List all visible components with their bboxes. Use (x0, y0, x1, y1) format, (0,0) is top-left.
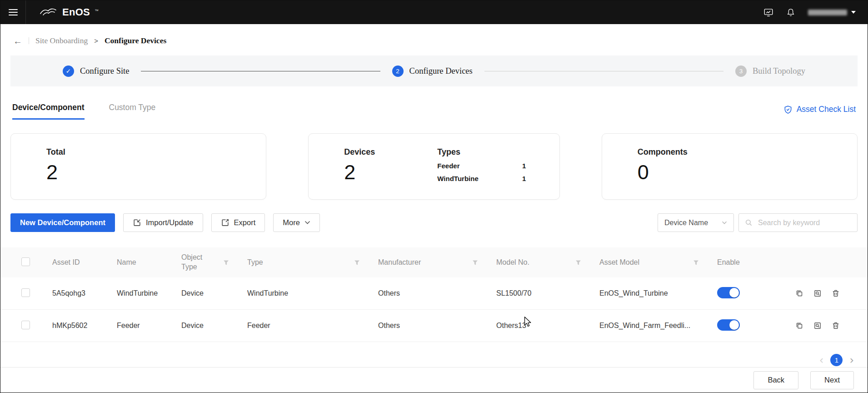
column-type[interactable]: Type (247, 258, 378, 267)
more-button[interactable]: More (273, 213, 320, 232)
tab-device-component[interactable]: Device/Component (12, 103, 85, 120)
column-model-no-label: Model No. (496, 258, 529, 267)
export-label: Export (234, 218, 256, 227)
next-button[interactable]: Next (810, 371, 854, 389)
cell-type: WindTurbine (247, 289, 378, 297)
next-page-button[interactable]: › (849, 355, 854, 366)
search-input[interactable] (757, 218, 851, 227)
pagination: ‹ 1 › (14, 354, 854, 366)
row-checkbox[interactable] (21, 288, 30, 297)
cell-manufacturer: Others (378, 289, 496, 297)
cell-asset-id: 5A5qohg3 (52, 289, 117, 297)
column-enable[interactable]: Enable (717, 258, 783, 267)
row-actions (783, 289, 857, 297)
cell-object-type: Device (181, 289, 247, 297)
table-row[interactable]: 5A5qohg3 WindTurbine Device WindTurbine … (0, 277, 868, 310)
chevron-down-icon (851, 11, 856, 14)
column-object-type-label: Object Type (181, 253, 214, 272)
filter-icon[interactable] (472, 260, 478, 266)
import-update-label: Import/Update (146, 218, 194, 227)
cell-name: WindTurbine (117, 289, 181, 297)
chevron-down-icon (722, 221, 727, 225)
step3-label: Build Topology (753, 66, 805, 76)
stepper-connector-2 (484, 71, 723, 71)
configure-devices-page: EnOS ™ (0, 0, 868, 393)
filter-icon[interactable] (693, 260, 699, 266)
row-checkbox[interactable] (21, 321, 30, 329)
cell-manufacturer: Others (378, 322, 496, 330)
wizard-footer: Back Next (0, 367, 868, 393)
table-row[interactable]: hMKp5602 Feeder Device Feeder Others Oth… (0, 310, 868, 342)
table-toolbar: New Device/Component Import/Update Expor… (10, 213, 858, 232)
column-manufacturer[interactable]: Manufacturer (378, 258, 496, 267)
back-button[interactable]: Back (753, 371, 798, 389)
cell-name: Feeder (117, 322, 181, 330)
notifications-bell-icon[interactable] (786, 8, 795, 17)
types-breakdown: Types Feeder 1 WindTurbine 1 (437, 147, 545, 199)
enable-toggle[interactable] (717, 319, 740, 331)
topbar-actions (763, 8, 868, 17)
step2-number: 2 (392, 66, 404, 77)
user-account-menu[interactable] (808, 10, 856, 15)
cell-type: Feeder (247, 322, 378, 330)
user-name-redacted (808, 10, 847, 15)
view-details-icon[interactable] (813, 289, 822, 297)
column-name[interactable]: Name (117, 258, 181, 267)
select-all-checkbox[interactable] (21, 257, 30, 266)
column-type-label: Type (247, 258, 263, 267)
tab-custom-type[interactable]: Custom Type (109, 103, 156, 120)
step3-number: 3 (735, 66, 747, 77)
delete-icon[interactable] (832, 289, 840, 297)
cell-asset-model: EnOS_Wind_Farm_Feedli... (599, 322, 717, 330)
search-field-value: Device Name (664, 219, 708, 227)
filter-icon[interactable] (575, 260, 581, 266)
cell-model-no: Others13 (496, 322, 599, 330)
asset-check-list-link[interactable]: Asset Check List (783, 105, 856, 120)
total-card: Total 2 (10, 133, 266, 200)
back-arrow-button[interactable]: ← (13, 36, 22, 45)
column-asset-id[interactable]: Asset ID (52, 258, 117, 267)
previous-page-button[interactable]: ‹ (819, 355, 824, 366)
data-screen-icon[interactable] (763, 8, 773, 17)
table-header-row: Asset ID Name Object Type Type Manufactu… (0, 247, 868, 277)
total-value: 2 (46, 161, 248, 183)
components-label: Components (638, 147, 839, 157)
hamburger-icon (9, 7, 18, 17)
filter-icon[interactable] (354, 260, 360, 266)
step1-label: Configure Site (80, 66, 129, 76)
copy-icon[interactable] (795, 322, 803, 330)
devices-label: Devices (344, 147, 437, 157)
search-area: Device Name (658, 213, 858, 232)
components-value: 0 (638, 161, 839, 183)
breadcrumb: ← Site Onboarding > Configure Devices (0, 24, 868, 45)
chevron-down-icon (304, 221, 310, 225)
delete-icon[interactable] (832, 322, 840, 330)
column-asset-model-label: Asset Model (599, 258, 639, 267)
hamburger-menu-button[interactable] (0, 0, 26, 24)
column-model-no[interactable]: Model No. (496, 258, 599, 267)
filter-icon[interactable] (223, 260, 229, 266)
stepper-connector-1 (141, 71, 380, 71)
step-build-topology[interactable]: 3 Build Topology (735, 66, 805, 77)
enos-logo[interactable]: EnOS ™ (39, 7, 99, 18)
step2-label: Configure Devices (409, 66, 473, 76)
type-count: 1 (522, 162, 526, 170)
page-number-current[interactable]: 1 (830, 354, 843, 366)
export-icon (221, 218, 229, 227)
column-object-type[interactable]: Object Type (181, 253, 247, 272)
new-device-component-button[interactable]: New Device/Component (10, 213, 115, 232)
view-details-icon[interactable] (813, 322, 822, 330)
step-configure-devices[interactable]: 2 Configure Devices (392, 66, 473, 77)
top-navigation-bar: EnOS ™ (0, 0, 868, 24)
import-update-button[interactable]: Import/Update (123, 213, 203, 232)
search-field-select[interactable]: Device Name (658, 213, 734, 232)
column-manufacturer-label: Manufacturer (378, 258, 421, 267)
breadcrumb-parent[interactable]: Site Onboarding (35, 36, 88, 45)
copy-icon[interactable] (795, 289, 803, 297)
step-configure-site[interactable]: ✓ Configure Site (63, 66, 129, 77)
export-button[interactable]: Export (211, 213, 265, 232)
enable-toggle[interactable] (717, 287, 740, 298)
column-asset-model[interactable]: Asset Model (599, 258, 717, 267)
more-label: More (283, 218, 300, 227)
type-row-feeder: Feeder 1 (437, 162, 526, 170)
